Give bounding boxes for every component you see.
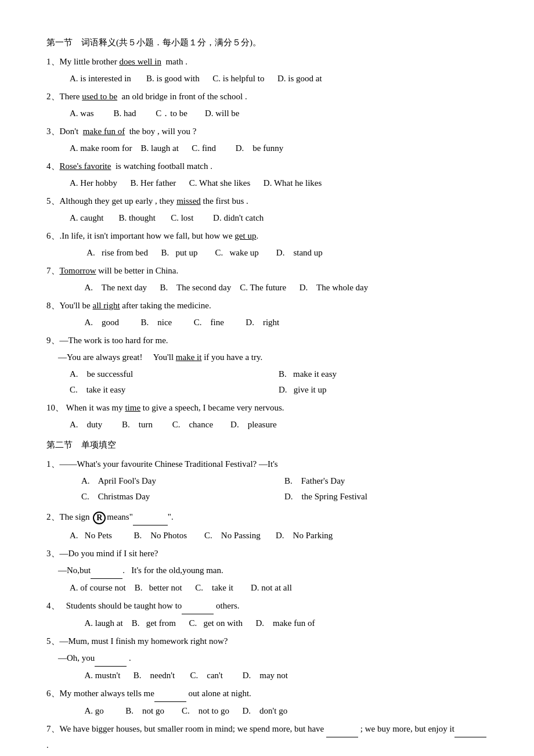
question-2-6: 6、My mother always tells me out alone at… xyxy=(46,686,488,702)
section-1-title: 第一节 词语释义(共５小题．每小题１分，满分５分)。 xyxy=(46,35,488,51)
question-2-3: 3、—Do you mind if I sit here? xyxy=(46,546,488,561)
q-num: 2、 xyxy=(46,92,60,101)
options-2-5: A. mustn't B. needn't C. can't D. may no… xyxy=(70,668,488,683)
q-num: 7、 xyxy=(46,266,60,275)
question-1-3: 3、Don't make fun of the boy , will you ? xyxy=(46,124,488,139)
options-2-1: A. April Fool's Day B. Father's Day C. C… xyxy=(81,473,488,505)
question-1-8: 8、You'll be all right after taking the m… xyxy=(46,298,488,314)
question-1-2: 2、There used to be an old bridge in fron… xyxy=(46,89,488,105)
q-num: 1、 xyxy=(46,57,60,66)
section-1: 第一节 词语释义(共５小题．每小题１分，满分５分)。 1、My little b… xyxy=(46,35,488,433)
options-2-4: A. laugh at B. get from C. get on with D… xyxy=(70,615,488,631)
section-2: 第二节 单项填空 1、——What's your favourite Chine… xyxy=(46,437,488,756)
options-1-4: A. Her hobby B. Her father C. What she l… xyxy=(70,175,488,191)
options-1-5: A. caught B. thought C. lost D. didn't c… xyxy=(70,210,488,226)
question-2-5: 5、—Mum, must I finish my homework right … xyxy=(46,633,488,649)
question-1-5: 5、Although they get up early , they miss… xyxy=(46,193,488,209)
q2-5-dialog2: —Oh, you . xyxy=(58,650,488,667)
q-num: 9、 xyxy=(46,336,60,345)
q-num: 2、 xyxy=(46,512,60,521)
exam-content: 第一节 词语释义(共５小题．每小题１分，满分５分)。 1、My little b… xyxy=(46,35,488,756)
q-num: 6、 xyxy=(46,231,60,240)
question-2-1: 1、——What's your favourite Chinese Tradit… xyxy=(46,456,488,472)
options-1-2: A. was B. had C．to be D. will be xyxy=(70,106,488,121)
q-num: 1、 xyxy=(46,459,60,469)
q-num: 10、 xyxy=(46,403,64,412)
options-1-8: A. good B. nice C. fine D. right xyxy=(70,315,488,330)
q-num: 6、 xyxy=(46,689,60,698)
question-2-7: 7、We have bigger houses, but smaller roo… xyxy=(46,721,488,753)
question-1-4: 4、Rose's favorite is watching football m… xyxy=(46,159,488,174)
q2-3-dialog2: —No,but . It's for the old,young man. xyxy=(58,563,488,579)
options-1-7: A. The next day B. The second day C. The… xyxy=(70,280,488,296)
question-1-6: 6、.In life, it isn't important how we fa… xyxy=(46,228,488,244)
registered-icon: R xyxy=(93,512,106,524)
question-1-1: 1、My little brother does well in math . xyxy=(46,54,488,70)
question-2-4: 4、 Students should be taught how to othe… xyxy=(46,598,488,614)
question-2-2: 2、The sign Rmeans" ". xyxy=(46,509,488,525)
q-num: 8、 xyxy=(46,301,60,310)
options-1-3: A. make room for B. laugh at C. find D. … xyxy=(70,141,488,156)
options-1-9: A. be successful B. make it easy C. take… xyxy=(70,366,488,398)
q9-dialog2: —You are always great! You'll make it if… xyxy=(58,350,488,365)
q-num: 3、 xyxy=(46,127,60,136)
section-2-title: 第二节 单项填空 xyxy=(46,437,488,453)
q-num: 4、 xyxy=(46,601,60,610)
q-num: 3、 xyxy=(46,549,60,558)
options-1-10: A. duty B. turn C. chance D. pleasure xyxy=(70,417,488,433)
options-1-6: A. rise from bed B. put up C. wake up D.… xyxy=(70,245,488,261)
q-num: 5、 xyxy=(46,196,60,206)
question-1-7: 7、Tomorrow will be better in China. xyxy=(46,263,488,279)
question-1-10: 10、 When it was my time to give a speech… xyxy=(46,400,488,416)
q-num: 5、 xyxy=(46,636,60,646)
q-num: 4、 xyxy=(46,161,60,171)
question-1-9: 9、—The work is too hard for me. xyxy=(46,333,488,348)
options-2-3: A. of course not B. better not C. take i… xyxy=(70,580,488,596)
options-1-1: A. is interested in B. is good with C. i… xyxy=(70,71,488,87)
options-2-6: A. go B. not go C. not to go D. don't go xyxy=(70,703,488,719)
options-2-2: A. No Pets B. No Photos C. No Passing D.… xyxy=(70,528,488,543)
q-num: 7、 xyxy=(46,724,60,733)
